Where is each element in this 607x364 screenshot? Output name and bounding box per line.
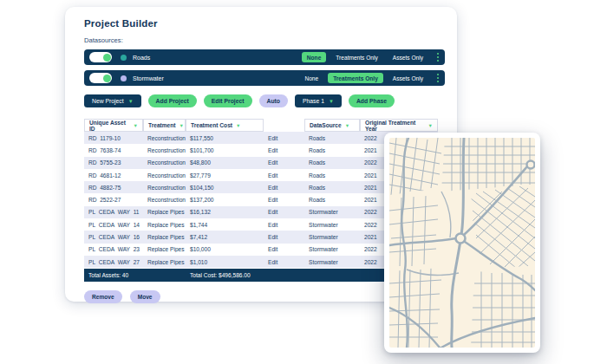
cell-datasource: Roads [304, 197, 360, 203]
cell-datasource: Roads [304, 135, 360, 141]
datasource-dot-icon [121, 75, 127, 81]
cell-treatment: Replace Pipes [143, 259, 186, 265]
cell-treatment: Replace Pipes [143, 209, 186, 215]
mode-chip[interactable]: Treatments Only [328, 73, 383, 83]
cell-datasource: Roads [304, 172, 360, 179]
kebab-menu-icon[interactable] [435, 72, 441, 83]
cell-treatment-cost: $137,200 [186, 197, 264, 203]
datasources-label: Datasources: [84, 36, 445, 44]
cell-datasource: Stormwater [304, 246, 360, 252]
cell-datasource: Roads [304, 147, 360, 153]
cell-datasource: Roads [304, 159, 360, 166]
cell-treatment-cost: $27,779 [186, 172, 264, 179]
remove-button[interactable]: Remove [84, 290, 122, 303]
edit-link[interactable]: Edit [264, 159, 304, 166]
edit-project-button[interactable]: Edit Project [204, 94, 252, 107]
cell-treatment-cost: $1,010 [186, 259, 264, 265]
cell-treatment: Reconstruction [143, 185, 186, 191]
cell-asset-id: PL_CEDA_WAY_16 [84, 234, 143, 240]
cell-asset-id: RD_4681-12 [84, 172, 143, 179]
cell-treatment: Reconstruction [143, 135, 186, 141]
add-project-button[interactable]: Add Project [148, 94, 197, 107]
cell-datasource: Stormwater [304, 222, 360, 228]
sort-icon: ▼ [345, 123, 349, 128]
header-asset-id[interactable]: Unique Asset ID ▼ [84, 119, 143, 132]
cell-treatment: Reconstruction [143, 172, 186, 179]
cell-asset-id: RD_4882-75 [84, 185, 143, 191]
cell-asset-id: PL_CEDA_WAY_23 [84, 246, 143, 252]
mode-chip[interactable]: None [302, 52, 326, 62]
sort-icon: ▼ [428, 123, 433, 128]
cell-treatment: Replace Pipes [143, 222, 186, 228]
chevron-down-icon: ▼ [329, 99, 334, 104]
cell-asset-id: PL_CEDA_WAY_14 [84, 222, 143, 228]
phase-dropdown[interactable]: Phase 1 ▼ [295, 94, 342, 107]
edit-link[interactable]: Edit [264, 246, 304, 252]
datasource-bar: Roads NoneTreatments OnlyAssets Only [84, 49, 445, 65]
chevron-down-icon: ▼ [128, 99, 134, 104]
new-project-dropdown[interactable]: New Project ▼ [84, 94, 141, 107]
cell-treatment-cost: $10,000 [186, 246, 264, 252]
toggle-knob [103, 75, 111, 82]
cell-treatment: Replace Pipes [143, 246, 186, 252]
cell-treatment-cost: $1,744 [186, 222, 264, 228]
sort-icon: ▼ [134, 123, 138, 128]
edit-link[interactable]: Edit [264, 135, 304, 141]
cell-asset-id: RD_2522-27 [84, 197, 143, 203]
street-map-image [389, 138, 535, 348]
edit-link[interactable]: Edit [264, 222, 304, 228]
datasource-dot-icon [121, 55, 127, 61]
cell-asset-id: PL_CEDA_WAY_27 [84, 259, 143, 265]
cell-treatment-cost: $48,800 [186, 159, 264, 166]
mode-options: NoneTreatments OnlyAssets Only [297, 51, 441, 62]
move-button[interactable]: Move [130, 290, 160, 303]
datasource-toggle[interactable] [89, 52, 112, 62]
datasource-list: Roads NoneTreatments OnlyAssets Only Sto… [84, 49, 445, 86]
cell-datasource: Stormwater [304, 234, 360, 240]
toolbar: New Project ▼ Add Project Edit Project A… [84, 94, 445, 107]
header-year[interactable]: Original Treatment Year ▼ [360, 119, 438, 132]
cell-treatment: Reconstruction [143, 197, 186, 203]
page: Project Builder Datasources: Roads NoneT… [0, 0, 607, 364]
auto-button[interactable]: Auto [259, 94, 288, 107]
mode-chip[interactable]: Assets Only [388, 52, 428, 62]
datasource-name: Stormwater [133, 75, 164, 81]
mode-chip[interactable]: Treatments Only [330, 52, 383, 62]
edit-link[interactable]: Edit [264, 197, 304, 203]
edit-link[interactable]: Edit [264, 234, 304, 240]
cell-datasource: Stormwater [304, 209, 360, 215]
cell-treatment: Replace Pipes [143, 234, 186, 240]
header-treatment-cost[interactable]: Treatment Cost ▼ [186, 119, 264, 132]
kebab-menu-icon[interactable] [435, 51, 441, 62]
header-edit-spacer [264, 119, 304, 132]
sort-icon: ▼ [236, 123, 240, 128]
cell-treatment: Reconstruction [143, 159, 186, 166]
header-treatment[interactable]: Treatment ▼ [143, 119, 186, 132]
table-header-row: Unique Asset ID ▼ Treatment ▼ Treatment … [84, 119, 438, 132]
edit-link[interactable]: Edit [264, 185, 304, 191]
mode-chip[interactable]: Assets Only [388, 73, 428, 83]
roundabout [527, 161, 535, 169]
header-datasource[interactable]: DataSource ▼ [304, 119, 360, 132]
datasource-name: Roads [133, 55, 150, 61]
edit-link[interactable]: Edit [264, 147, 304, 153]
cell-datasource: Roads [304, 185, 360, 191]
datasource-bar: Stormwater NoneTreatments OnlyAssets Onl… [84, 70, 445, 86]
mode-options: NoneTreatments OnlyAssets Only [295, 72, 441, 83]
toggle-knob [103, 54, 111, 62]
cell-datasource: Stormwater [304, 259, 360, 265]
cell-treatment-cost: $7,412 [186, 234, 264, 240]
edit-link[interactable]: Edit [264, 259, 304, 265]
cell-treatment-cost: $16,132 [186, 209, 264, 215]
datasource-toggle[interactable] [89, 73, 112, 83]
phase-label: Phase 1 [303, 98, 324, 104]
add-phase-button[interactable]: Add Phase [349, 94, 395, 107]
edit-link[interactable]: Edit [264, 172, 304, 179]
cell-asset-id: RD_5755-23 [84, 159, 143, 166]
map-preview-card [384, 133, 540, 353]
edit-link[interactable]: Edit [264, 209, 304, 215]
cell-treatment-cost: $117,550 [186, 135, 264, 141]
roundabout [456, 234, 466, 244]
mode-chip[interactable]: None [299, 73, 323, 83]
cell-treatment-cost: $104,150 [186, 185, 264, 191]
